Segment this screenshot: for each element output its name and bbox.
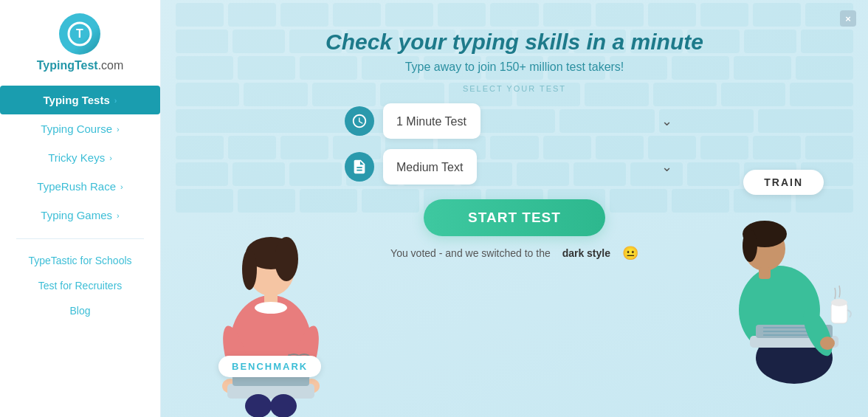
svg-point-15 (245, 394, 272, 417)
logo-area: T TypingTest.com (37, 13, 124, 72)
svg-point-35 (831, 299, 847, 306)
svg-point-8 (255, 302, 287, 314)
svg-point-5 (242, 249, 257, 290)
chevron-icon: › (114, 96, 117, 105)
illustration-right (713, 196, 861, 402)
chevron-icon: › (117, 125, 120, 134)
sidebar-item-test-recruiters[interactable]: Test for Recruiters (0, 273, 160, 298)
duration-dropdown[interactable]: 1 Minute Test 2 Minute Test 3 Minute Tes… (383, 103, 480, 139)
sidebar-nav: Typing Tests › Typing Course › Tricky Ke… (0, 86, 160, 323)
sidebar-item-typetastic[interactable]: TypeTastic for Schools (0, 248, 160, 273)
svg-rect-26 (759, 267, 771, 279)
main-content: × Check your typing skills in a minute T… (161, 0, 868, 417)
sidebar-item-typing-games[interactable]: Typing Games › (0, 201, 160, 230)
tricky-keys-label: Tricky Keys (48, 151, 105, 164)
chevron-icon: › (109, 154, 112, 162)
sidebar-item-blog[interactable]: Blog (0, 298, 160, 323)
text-type-dropdown[interactable]: Medium Text Easy Text Hard Text Numbers (383, 149, 477, 185)
benchmark-label[interactable]: BENCHMARK (218, 356, 321, 377)
text-type-row: Medium Text Easy Text Hard Text Numbers … (345, 149, 684, 185)
duration-dropdown-wrapper: 1 Minute Test 2 Minute Test 3 Minute Tes… (383, 103, 684, 139)
text-type-dropdown-wrapper: Medium Text Easy Text Hard Text Numbers … (383, 149, 684, 185)
svg-point-16 (270, 394, 297, 417)
typing-games-label: Typing Games (41, 209, 112, 221)
page-subheading: Type away to join 150+ million test take… (405, 61, 624, 74)
document-icon (345, 152, 374, 182)
logo-text: TypingTest.com (37, 59, 124, 72)
train-label[interactable]: TRAIN (743, 170, 824, 195)
dark-style-bold: dark style (562, 247, 610, 259)
svg-point-33 (820, 337, 835, 350)
sidebar-item-typing-tests[interactable]: Typing Tests › (0, 86, 160, 114)
chevron-icon: › (117, 211, 120, 220)
text-type-chevron-icon: ⌄ (661, 159, 672, 175)
test-recruiters-label: Test for Recruiters (38, 280, 123, 292)
page-title: Check your typing skills in a minute (326, 30, 703, 55)
controls-area: 1 Minute Test 2 Minute Test 3 Minute Tes… (345, 103, 684, 236)
typing-course-label: Typing Course (41, 123, 112, 135)
sidebar-item-typing-course[interactable]: Typing Course › (0, 114, 160, 143)
svg-text:T: T (77, 27, 84, 40)
svg-point-25 (743, 230, 757, 262)
nav-divider (16, 238, 145, 239)
illustration-left (199, 188, 343, 417)
logo-icon: T (59, 13, 100, 55)
sidebar: T TypingTest.com Typing Tests › Typing C… (0, 0, 161, 417)
typetastic-label: TypeTastic for Schools (28, 255, 131, 266)
chevron-icon: › (120, 182, 123, 191)
dark-notice-text: You voted - and we switched to the (390, 247, 551, 259)
smiley-icon: 😐 (622, 245, 638, 261)
duration-row: 1 Minute Test 2 Minute Test 3 Minute Tes… (345, 103, 684, 139)
sidebar-item-typerush-race[interactable]: TypeRush Race › (0, 172, 160, 201)
typerush-race-label: TypeRush Race (37, 180, 116, 193)
dark-style-notice: You voted - and we switched to the dark … (390, 245, 638, 261)
select-test-label: SELECT YOUR TEST (463, 84, 566, 93)
close-button[interactable]: × (840, 10, 856, 27)
start-test-button[interactable]: START TEST (424, 199, 605, 236)
sidebar-item-tricky-keys[interactable]: Tricky Keys › (0, 143, 160, 172)
typing-tests-label: Typing Tests (44, 94, 110, 106)
blog-label: Blog (69, 305, 90, 317)
clock-icon (345, 106, 374, 136)
svg-point-6 (275, 237, 298, 281)
duration-chevron-icon: ⌄ (661, 113, 672, 129)
